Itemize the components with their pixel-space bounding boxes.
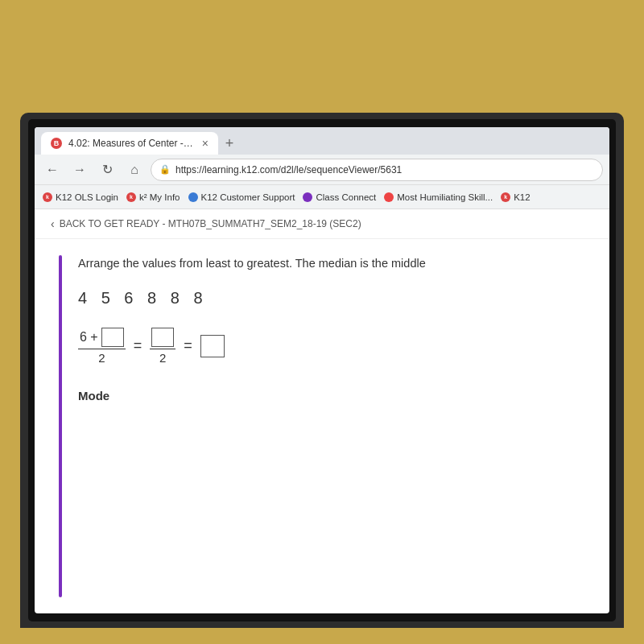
equation-row: 6 + 2 = 2 — [78, 328, 585, 365]
page-content-area: Arrange the values from least to greates… — [35, 239, 609, 613]
bookmarks-bar: k K12 OLS Login k k² My Info K12 Custome… — [35, 185, 609, 209]
bookmark-k12-ols[interactable]: k K12 OLS Login — [43, 192, 118, 202]
bookmark-label-k12ols: K12 OLS Login — [56, 192, 118, 202]
tab-title: 4.02: Measures of Center - MTH — [68, 138, 196, 149]
home-button[interactable]: ⌂ — [123, 159, 146, 181]
back-button[interactable]: ← — [41, 159, 64, 181]
left-accent-bar — [59, 255, 62, 597]
screen-bezel: B 4.02: Measures of Center - MTH × + ← → — [28, 119, 616, 621]
fraction-1-input[interactable] — [101, 328, 124, 347]
bookmark-label-k12extra: K12 — [514, 192, 530, 202]
nav-bar: ← → ↻ ⌂ 🔒 https://learning.k12.com/d2l/l… — [35, 155, 609, 185]
fraction-1-numerator-text: 6 + — [80, 330, 98, 345]
numbers-display: 4 5 6 8 8 8 — [78, 289, 585, 308]
bookmark-label-classconnect: Class Connect — [316, 192, 376, 202]
laptop-body: B 4.02: Measures of Center - MTH × + ← → — [20, 113, 624, 628]
bookmark-myinfo[interactable]: k k² My Info — [126, 192, 180, 202]
bookmark-customer-support[interactable]: K12 Customer Support — [188, 192, 295, 202]
fraction-1-top: 6 + — [78, 328, 126, 349]
tab-close-button[interactable]: × — [202, 137, 208, 150]
lesson-content: Arrange the values from least to greates… — [78, 255, 585, 597]
fraction-2-top — [150, 328, 175, 349]
mode-label: Mode — [78, 389, 585, 402]
bookmark-label-myinfo: k² My Info — [139, 192, 180, 202]
new-tab-button[interactable]: + — [218, 132, 241, 155]
bookmark-favicon-myinfo: k — [126, 192, 136, 202]
bookmark-label-humiliating: Most Humiliating Skill... — [397, 192, 493, 202]
tab-favicon: B — [51, 138, 62, 149]
back-nav-text: BACK TO GET READY - MTH07B_SUMMATH7_SEM2… — [60, 218, 361, 229]
fraction-2-input[interactable] — [151, 328, 174, 347]
refresh-button[interactable]: ↻ — [96, 159, 118, 181]
instruction-text: Arrange the values from least to greates… — [78, 255, 585, 273]
bookmark-class-connect[interactable]: Class Connect — [303, 192, 376, 202]
fraction-1-denominator: 2 — [98, 351, 105, 365]
equals-2: = — [184, 337, 192, 354]
bookmark-favicon-humiliating — [384, 192, 394, 202]
bookmark-favicon-k12: k — [43, 192, 52, 202]
bookmark-favicon-k12extra: k — [501, 192, 510, 202]
answer-box[interactable] — [200, 335, 225, 357]
laptop-frame: B 4.02: Measures of Center - MTH × + ← → — [0, 0, 644, 644]
url-text: https://learning.k12.com/d2l/le/sequence… — [175, 164, 402, 175]
bookmark-favicon-support — [188, 192, 198, 202]
bookmark-k12-extra[interactable]: k K12 — [501, 192, 530, 202]
fraction-2-denominator: 2 — [159, 351, 166, 365]
tab-bar: B 4.02: Measures of Center - MTH × + — [35, 127, 609, 155]
bookmark-favicon-classconnect — [303, 192, 312, 202]
address-bar[interactable]: 🔒 https://learning.k12.com/d2l/le/sequen… — [151, 159, 603, 181]
equals-1: = — [134, 337, 142, 354]
bookmark-humiliating[interactable]: Most Humiliating Skill... — [384, 192, 493, 202]
bookmark-label-support: K12 Customer Support — [201, 192, 295, 202]
lock-icon: 🔒 — [159, 164, 171, 175]
active-tab[interactable]: B 4.02: Measures of Center - MTH × — [41, 132, 218, 155]
fraction-1: 6 + 2 — [78, 328, 126, 365]
back-chevron-icon: ‹ — [51, 217, 55, 230]
fraction-2: 2 — [150, 328, 175, 365]
forward-button[interactable]: → — [68, 159, 91, 181]
back-navigation[interactable]: ‹ BACK TO GET READY - MTH07B_SUMMATH7_SE… — [35, 209, 609, 239]
browser-window: B 4.02: Measures of Center - MTH × + ← → — [35, 127, 609, 613]
